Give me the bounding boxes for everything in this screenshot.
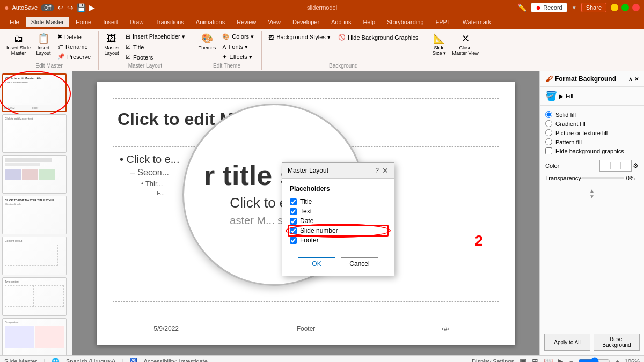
footers-button[interactable]: ☑ Footers [122, 53, 188, 62]
reset-background-button[interactable]: Reset Background [594, 334, 640, 351]
master-layout-button[interactable]: 🖼 MasterLayout [102, 32, 121, 57]
slide-thumb-7[interactable]: Comparison [2, 318, 67, 355]
placeholder-date-checkbox[interactable] [290, 218, 297, 225]
scroll-down-icon[interactable]: ▼ [589, 194, 595, 200]
apply-to-all-button[interactable]: Apply to All [544, 334, 590, 351]
title-button[interactable]: ☑ Title [122, 42, 188, 51]
placeholder-text-checkbox[interactable] [290, 208, 297, 215]
pattern-fill-option[interactable]: Pattern fill [545, 137, 639, 146]
slide-thumb-1[interactable]: Click to edit Master title Click to edit… [2, 73, 67, 112]
slide-size-button[interactable]: 📐 SlideSize ▾ [429, 32, 449, 57]
picture-texture-option[interactable]: Picture or texture fill [545, 128, 639, 137]
hide-bg-graphics-label: Hide background graphics [555, 148, 624, 154]
save-icon[interactable]: 💾 [77, 3, 86, 12]
solid-fill-option[interactable]: Solid fill [545, 110, 639, 119]
undo-icon[interactable]: ↩ [57, 3, 64, 12]
transparency-slider[interactable] [581, 177, 624, 179]
tab-watermark[interactable]: Watermark [457, 17, 496, 27]
themes-button[interactable]: 🎨 Themes [196, 32, 218, 51]
color-swatch[interactable] [599, 160, 632, 172]
tab-developer[interactable]: Developer [287, 17, 325, 27]
slide-sorter-icon[interactable]: ⊞ [532, 357, 538, 363]
reading-view-icon[interactable]: 📖 [544, 357, 553, 363]
status-language[interactable]: Spanish (Uruguay) [66, 358, 115, 363]
slide-thumb-2[interactable]: Click to edit Master text [2, 114, 67, 153]
background-styles-icon: 🖼 [268, 34, 274, 41]
placeholder-date-label: Date [300, 217, 313, 225]
record-dropdown-icon[interactable]: ▼ [572, 5, 577, 11]
hide-background-button[interactable]: 🚫 Hide Background Graphics [335, 32, 421, 42]
zoom-out-icon[interactable]: − [569, 358, 573, 363]
tab-slide-master[interactable]: Slide Master [26, 17, 69, 27]
zoom-in-icon[interactable]: + [616, 358, 619, 363]
slide-thumb-3[interactable] [2, 155, 67, 194]
slide-thumb-5[interactable]: Content layout [2, 237, 67, 275]
tab-file[interactable]: File [4, 17, 25, 27]
record-button[interactable]: ⏺ Record [531, 3, 567, 12]
colors-button[interactable]: 🎨 Colors ▾ [219, 32, 257, 41]
color-picker-icon[interactable]: ⚙ [633, 162, 639, 169]
tab-help[interactable]: Help [357, 17, 380, 27]
minimize-button[interactable] [611, 4, 618, 11]
tab-addins[interactable]: Add-ins [326, 17, 356, 27]
modal-ok-button[interactable]: OK [298, 257, 335, 270]
insert-slide-master-button[interactable]: 🗂 Insert SlideMaster [4, 32, 33, 57]
status-language-icon: 🌐 [52, 358, 60, 363]
gradient-fill-radio[interactable] [545, 120, 552, 127]
tab-storyboarding[interactable]: Storyboarding [382, 17, 429, 27]
zoom-slider[interactable] [578, 357, 610, 363]
slide-thumb-4[interactable]: CLICK TO EDIT MASTER TITLE STYLE Click t… [2, 196, 67, 234]
tab-draw[interactable]: Draw [125, 17, 149, 27]
placeholder-footer-checkbox[interactable] [290, 237, 297, 244]
scroll-up-icon[interactable]: ▲ [589, 188, 595, 194]
status-display-settings[interactable]: Display Settings [472, 358, 514, 363]
close-master-view-button[interactable]: ✕ CloseMaster View [450, 32, 480, 57]
tab-home[interactable]: Home [70, 17, 97, 27]
delete-button[interactable]: ✖ Delete [54, 32, 94, 41]
solid-fill-radio[interactable] [545, 111, 552, 118]
slideshow-icon[interactable]: ▶ [558, 357, 564, 363]
modal-help-icon[interactable]: ? [375, 167, 379, 174]
edit-icon[interactable]: ✏️ [517, 3, 526, 12]
tab-fppt[interactable]: FPPT [430, 17, 456, 27]
effects-button[interactable]: ✦ Effects ▾ [219, 53, 257, 62]
modal-cancel-button[interactable]: Cancel [341, 257, 378, 270]
slide-thumb-6[interactable]: Two content [2, 277, 67, 316]
share-button[interactable]: Share [581, 3, 606, 12]
autosave-toggle[interactable]: Off [41, 4, 54, 11]
preserve-button[interactable]: 📌 Preserve [54, 52, 94, 61]
title-bar: ● AutoSave Off ↩ ↪ 💾 ▶ slidermodel ✏️ ⏺ … [0, 0, 644, 15]
modal-close-button[interactable]: ✕ [382, 166, 389, 175]
redo-icon[interactable]: ↪ [67, 3, 74, 12]
rename-button[interactable]: 🏷 Rename [54, 42, 94, 51]
insert-layout-button[interactable]: 📋 InsertLayout [34, 32, 53, 57]
maximize-button[interactable] [621, 4, 629, 11]
fonts-button[interactable]: A Fonts ▾ [219, 42, 257, 51]
tab-insert[interactable]: Insert [98, 17, 123, 27]
status-accessibility[interactable]: Accessibility: Investigate [144, 358, 208, 363]
hide-bg-graphics-checkbox[interactable] [545, 147, 552, 154]
insert-placeholder-button[interactable]: ⊞ Insert Placeholder ▾ [122, 32, 188, 41]
colors-icon: 🎨 [222, 33, 230, 40]
panel-close-icon[interactable]: ✕ [634, 76, 639, 82]
panel-collapse-icon[interactable]: ∧ [628, 76, 632, 82]
placeholder-title-checkbox[interactable] [290, 198, 297, 205]
normal-view-icon[interactable]: ▣ [519, 357, 526, 363]
fill-section-expand[interactable]: ▶ [559, 93, 564, 99]
present-icon[interactable]: ▶ [89, 3, 95, 12]
picture-texture-radio[interactable] [545, 129, 552, 136]
hide-bg-graphics-option[interactable]: Hide background graphics [545, 146, 639, 156]
tab-view[interactable]: View [262, 17, 286, 27]
placeholder-slidenumber-checkbox[interactable] [290, 227, 297, 234]
swatch-color [610, 162, 621, 169]
zoom-level[interactable]: 106% [625, 358, 640, 363]
close-button[interactable] [632, 4, 640, 11]
modal-section-label: Placeholders [290, 185, 386, 193]
tab-review[interactable]: Review [231, 17, 261, 27]
pattern-fill-radio[interactable] [545, 138, 552, 145]
background-styles-button[interactable]: 🖼 Background Styles ▾ [265, 32, 334, 42]
tab-animations[interactable]: Animations [191, 17, 230, 27]
gradient-fill-option[interactable]: Gradient fill [545, 119, 639, 128]
tab-transitions[interactable]: Transitions [150, 17, 189, 27]
record-icon: ⏺ [536, 5, 541, 11]
